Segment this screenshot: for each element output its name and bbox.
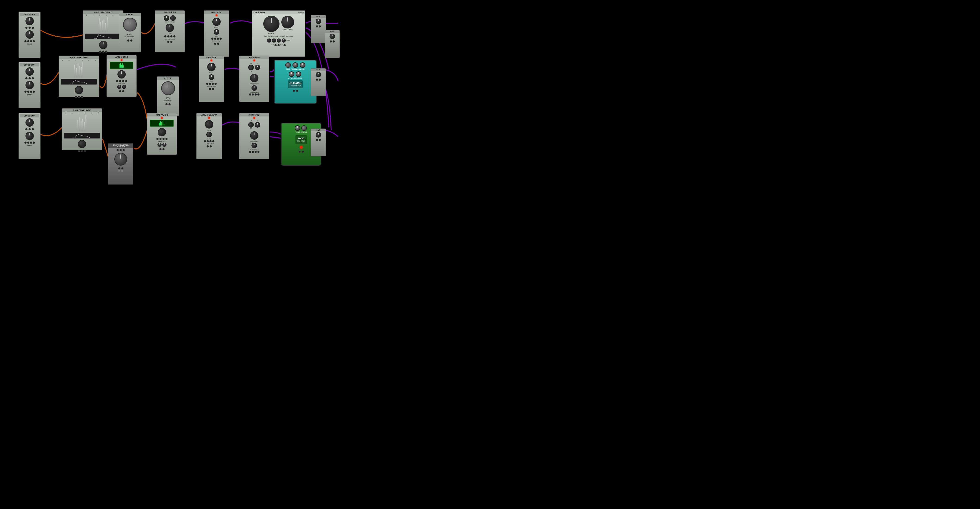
guitarix-release-knob[interactable] [296,71,301,77]
env1-fader-h[interactable] [102,21,103,32]
guitarix-title: GUITARIX [290,82,302,84]
env2-fader-d[interactable] [74,65,75,77]
ams-mod-1-freq-label: FREQUENCY [250,83,259,84]
env3-fader-h[interactable] [81,121,81,131]
env3-port-3 [84,150,86,152]
big-muff-tone-knob[interactable] [295,125,300,131]
env1-fader-a[interactable] [100,22,101,32]
ams-vca-2-p2 [209,83,211,85]
guitarix-release-label: RELEASE [295,77,302,79]
ams-vca-3-p4 [212,140,215,142]
out-4-p2 [319,139,321,141]
ams-mod-2: AMS MOD HP BP LP FREQUENCY RESONANCE [239,113,269,159]
out-1-title: OUT [311,15,326,18]
guitarix-attack-knob[interactable] [289,71,294,77]
guitarix-attack-label: ATTACK [288,77,295,79]
cp-clock-1-port-1 [25,27,27,29]
ams-mod-1-lp-knob[interactable] [255,65,260,70]
env3-fader-a[interactable] [79,118,80,131]
caps-noise-1-level-knob[interactable] [123,17,137,32]
guitarix-duck-knob[interactable] [300,62,305,68]
ams-vco-1-knob-2[interactable] [170,15,176,21]
ams-vca-3-level-knob[interactable] [205,120,213,129]
cp-clock-3-swing-knob[interactable] [25,132,34,140]
env2-fader-h[interactable] [78,64,78,77]
out-2-p1 [330,40,332,43]
ams-vca-1-level-knob[interactable] [212,17,221,26]
env2-output-knob[interactable] [75,86,83,94]
cp-clock-2-rate-knob[interactable] [25,67,34,76]
ams-vca-2-out-1 [209,88,211,90]
env3-fader-r[interactable] [86,115,86,131]
ams-vco-2-main-knob[interactable] [118,70,126,78]
env1-fader-d[interactable] [99,18,100,32]
big-muff-sustain-knob[interactable] [301,125,307,131]
cp-clock-1-rate-knob[interactable] [25,17,34,25]
env1-output-knob[interactable] [99,41,107,49]
ams-mod-2-freq-knob[interactable] [250,131,258,140]
caf-phaser-fb-knob[interactable] [277,38,281,43]
env2-fader-s[interactable] [81,67,82,77]
out-1-p1 [316,25,318,27]
ams-vco-2-out-1 [119,90,121,92]
ams-vca-1-gain-knob[interactable] [214,29,219,35]
ams-mod-1-hp-knob[interactable] [248,65,254,70]
ams-vco-1-out-2 [170,41,172,43]
ams-mod-1-res-knob[interactable] [251,85,257,91]
env3-fader-d[interactable] [77,120,78,131]
ams-vca-2-port-label: SIGNAL GAIN [207,86,216,87]
env3-output-knob[interactable] [78,140,86,148]
out-3-knob[interactable] [316,72,321,77]
ams-vca-3-gain-knob[interactable] [206,132,212,137]
ams-vco-2-label: SEMITONE [118,83,125,84]
guitarix-time-label: TIME [286,68,290,70]
out-2-knob[interactable] [329,33,335,39]
caf-phaser-st-knob[interactable] [282,38,286,43]
ams-vco-1-main-knob[interactable] [165,24,174,32]
ams-vco-3-main-knob[interactable] [158,128,166,137]
ams-mod-2-hp-knob[interactable] [248,122,254,127]
ams-mod-1-freq-knob[interactable] [250,74,258,82]
env1-fader-r[interactable] [107,17,108,32]
ams-vco-1-knob-1[interactable] [164,15,169,21]
ams-vco-3-semi-knob[interactable] [158,143,162,147]
ams-vco-2-semi-knob[interactable] [117,85,121,89]
env2-fader-r[interactable] [83,62,83,77]
env3-fader-d2[interactable] [82,119,83,131]
cp-clock-2-swing-knob[interactable] [25,81,34,89]
ams-vco-3-fine-knob[interactable] [162,143,167,147]
env3-s-label: S [91,112,92,114]
ams-vca-2-p1 [206,83,208,85]
caf-phaser-lbl-rout: L.in [280,44,283,46]
ams-vco-2-fine-knob[interactable] [122,85,126,89]
out-4-knob[interactable] [316,132,321,138]
out-1-knob[interactable] [316,19,321,24]
caf-phaser-bf-knob[interactable] [267,38,271,43]
caps-noise-2-level-knob[interactable] [161,81,175,95]
ams-vca-2-p4 [215,83,217,85]
ams-mod-1-p4 [257,93,259,95]
caf-phaser-stereo-knob[interactable] [282,16,294,29]
cp-clock-3-rate-knob[interactable] [25,118,34,127]
env2-fader-d2[interactable] [79,66,80,77]
cp-clock-1-swing-knob[interactable] [25,30,34,39]
caf-phaser-rate-knob[interactable] [263,16,280,32]
ams-vca-2-gain-knob[interactable] [208,74,214,80]
cp-att-main-knob[interactable] [115,153,127,165]
env2-fader-a[interactable] [76,68,77,77]
env1-fader-s[interactable] [105,23,106,32]
ams-vco-2-p2 [119,80,121,82]
ams-vca-2-level-knob[interactable] [207,63,216,71]
guitarix-time-knob[interactable] [285,62,291,68]
guitarix-feedback-knob[interactable] [293,62,298,68]
ams-mod-2-lp-knob[interactable] [255,122,260,127]
env1-fader-d2[interactable] [103,19,105,32]
ams-vca-3-level-label: LEVEL [207,129,212,131]
ams-vco-1: AMS MEAS COARSE TUNE TUNE BOTTOM NOTE [155,10,185,52]
ams-vca-3-title: AMS VCA EXP [197,113,222,116]
out-3-title: OUT [311,68,326,71]
ams-vca-1-led [216,14,218,16]
caf-phaser-md-knob[interactable] [272,38,276,43]
ams-mod-2-res-knob[interactable] [251,143,257,148]
env3-fader-s[interactable] [84,122,85,131]
